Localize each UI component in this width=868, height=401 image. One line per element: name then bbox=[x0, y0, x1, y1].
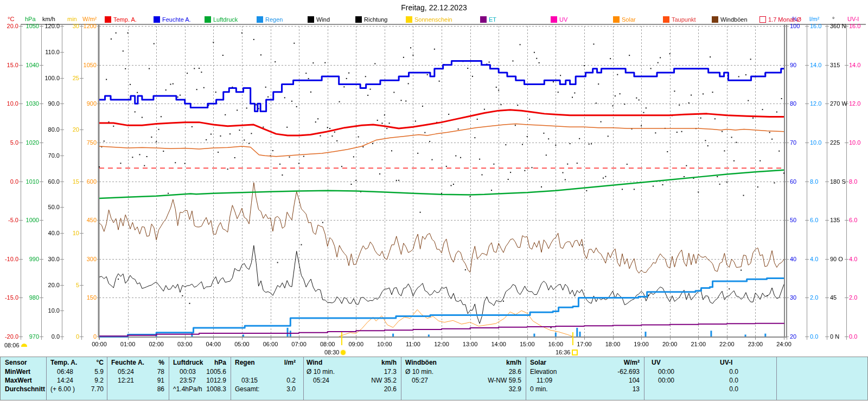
x-axis-tick-04:00: 04:00 bbox=[206, 341, 221, 347]
direction-axis-tick: 135 bbox=[830, 217, 840, 223]
pressure-axis-unit: hPa bbox=[25, 16, 36, 22]
temp-axis-tick: 5.0 bbox=[0, 140, 18, 145]
humidity-axis-tick: 30 bbox=[790, 295, 796, 300]
x-axis-tick-02:00: 02:00 bbox=[149, 341, 164, 347]
table-col-unit-windb-en: km/h bbox=[405, 359, 521, 367]
table-cell-value: 20.6 bbox=[307, 385, 397, 393]
table-row-header: MinWert bbox=[5, 368, 30, 376]
solar-axis-tick: 0 bbox=[74, 334, 97, 339]
table-cell-value: 7.70 bbox=[50, 385, 104, 393]
legend-label: Luftdruck bbox=[213, 16, 238, 23]
legend-label: Temp. A. bbox=[113, 16, 137, 23]
sunshine-axis-tick: 25 bbox=[56, 75, 79, 81]
direction-axis-tick: 270 W bbox=[830, 101, 847, 106]
pressure-axis-tick: 980 bbox=[16, 295, 39, 300]
wind-swatch bbox=[308, 16, 314, 23]
legend-label: Feuchte A. bbox=[162, 16, 191, 23]
rain-axis-tick: 6.0 bbox=[810, 217, 818, 223]
windspeed-axis-tick: 50.0 bbox=[37, 204, 60, 210]
month-avg-swatch bbox=[760, 16, 766, 23]
rain-axis-tick: 10.0 bbox=[810, 140, 821, 145]
pressure-swatch bbox=[205, 16, 211, 23]
table-separator bbox=[526, 357, 526, 400]
table-cell-value: 13 bbox=[530, 385, 640, 393]
uvindex-axis-tick: 14.0 bbox=[849, 62, 860, 68]
uvindex-axis-tick: 16.0 bbox=[849, 23, 860, 29]
legend-item-temp-a-: Temp. A. bbox=[105, 16, 137, 23]
table-row-header: Sensor bbox=[5, 359, 27, 367]
table-separator bbox=[46, 357, 47, 400]
table-cell-value: 0.2 bbox=[235, 377, 296, 385]
legend-label: ET bbox=[489, 16, 496, 23]
x-axis-tick-12:00: 12:00 bbox=[434, 341, 449, 347]
direction-axis-tick: 45 bbox=[830, 295, 837, 300]
legend-item-solar: Solar bbox=[613, 16, 636, 23]
temp-swatch bbox=[105, 16, 111, 23]
x-axis-tick-21:00: 21:00 bbox=[691, 341, 706, 347]
x-axis-tick-17:00: 17:00 bbox=[577, 341, 592, 347]
table-cell-value: 1008.3 bbox=[173, 385, 226, 393]
legend-label: Richtung bbox=[364, 16, 387, 23]
humidity-axis-tick: 20 bbox=[790, 334, 796, 339]
x-axis-tick-03:00: 03:00 bbox=[177, 341, 193, 347]
direction-axis-tick: 0 N bbox=[830, 334, 839, 339]
rain-swatch bbox=[257, 16, 263, 23]
rain-axis-tick: 2.0 bbox=[810, 295, 818, 300]
sunset-time: 16:36 bbox=[556, 349, 571, 355]
x-axis-tick-16:00: 16:00 bbox=[548, 341, 564, 347]
page-title: Freitag, 22.12.2023 bbox=[0, 3, 868, 12]
temp-axis-tick: 10.0 bbox=[0, 101, 18, 106]
uvindex-axis-tick: 12.0 bbox=[849, 101, 860, 106]
table-cell-value: 32.9 bbox=[405, 385, 521, 393]
et-swatch bbox=[480, 16, 487, 23]
pressure-axis-tick: 1020 bbox=[16, 140, 39, 145]
pressure-axis-tick: 1030 bbox=[16, 101, 39, 106]
rain-axis-tick: 4.0 bbox=[810, 256, 818, 262]
windspeed-axis-unit: km/h bbox=[42, 16, 55, 22]
legend-item-taupunkt: Taupunkt bbox=[663, 16, 696, 23]
solar-axis-tick: 150 bbox=[74, 295, 97, 300]
x-axis-tick-20:00: 20:00 bbox=[662, 341, 678, 347]
temp-axis-tick: -15.0 bbox=[0, 295, 18, 300]
windspeed-axis-tick: 70.0 bbox=[37, 153, 60, 158]
rain-axis-tick: 12.0 bbox=[810, 101, 821, 106]
x-axis-tick-19:00: 19:00 bbox=[634, 341, 649, 347]
weather-app-window: { "title": "Freitag, 22.12.2023", "color… bbox=[0, 0, 868, 401]
x-axis-tick-11:00: 11:00 bbox=[406, 341, 420, 347]
table-separator bbox=[401, 357, 401, 400]
x-axis-tick-10:00: 10:00 bbox=[377, 341, 392, 347]
legend-item-luftdruck: Luftdruck bbox=[205, 16, 238, 23]
x-axis-tick-08:00: 08:00 bbox=[320, 341, 335, 347]
direction-axis-tick: 90 O bbox=[830, 256, 843, 262]
uvindex-axis-tick: 0.0 bbox=[849, 334, 857, 339]
stats-table: SensorMinWertMaxWertDurchschnittTemp. A.… bbox=[0, 357, 868, 400]
table-col-unit-temp-a-: °C bbox=[50, 359, 104, 367]
x-axis-tick-23:00: 23:00 bbox=[748, 341, 763, 347]
legend-item-sonnenschein: Sonnenschein bbox=[406, 16, 452, 23]
humidity-axis-tick: 100 bbox=[790, 23, 800, 29]
x-axis-tick-14:00: 14:00 bbox=[491, 341, 506, 347]
legend-label: Windböen bbox=[720, 16, 748, 23]
rain-axis-tick: 14.0 bbox=[810, 62, 821, 68]
table-cell-value: W-NW 59.5 bbox=[405, 377, 521, 385]
table-row-header: MaxWert bbox=[5, 377, 32, 385]
temp-axis-unit: °C bbox=[8, 16, 14, 22]
temp-axis-tick: 20.0 bbox=[0, 23, 18, 29]
solar-axis-tick: 1200 bbox=[74, 23, 97, 29]
uvindex-axis-tick: 8.0 bbox=[849, 179, 857, 184]
table-cell-value: 17.3 bbox=[307, 368, 397, 376]
windspeed-axis-tick: 10.0 bbox=[37, 308, 60, 313]
rain-axis-tick: 0.0 bbox=[810, 334, 818, 339]
temp-axis-tick: 0.0 bbox=[0, 179, 18, 184]
solar-axis-unit: W/m² bbox=[82, 16, 97, 22]
table-cell-value: 0.0 bbox=[652, 377, 738, 385]
pressure-axis-tick: 1010 bbox=[16, 179, 39, 184]
table-col-unit-regen: l/m² bbox=[235, 359, 296, 367]
x-axis-tick-06:00: 06:00 bbox=[263, 341, 278, 347]
pressure-axis-tick: 1040 bbox=[16, 62, 39, 68]
uvindex-axis-tick: 4.0 bbox=[849, 256, 857, 262]
legend-label: 1.7 Monat-Ø bbox=[768, 16, 801, 23]
legend-label: Regen bbox=[265, 16, 283, 23]
sunset-marker: 16:36 bbox=[556, 349, 578, 355]
sunset-icon bbox=[572, 350, 578, 355]
